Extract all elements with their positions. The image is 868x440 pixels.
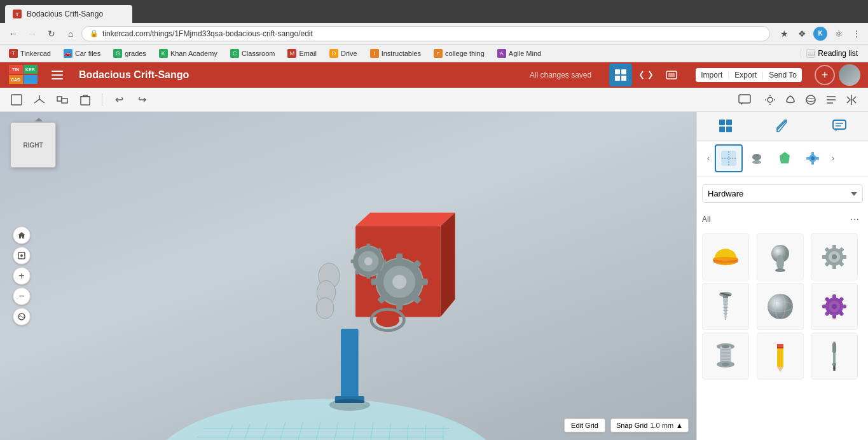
bookmark-khan-academy[interactable]: K Khan Academy — [155, 48, 221, 59]
shapes-prev-button[interactable]: ‹ — [702, 147, 715, 170]
car-files-favicon: 🚗 — [64, 49, 72, 58]
circle-tool-button[interactable] — [802, 91, 820, 109]
svg-rect-138 — [841, 305, 846, 308]
mirror-button[interactable] — [843, 91, 860, 109]
group-button[interactable] — [53, 91, 71, 109]
svg-rect-156 — [777, 347, 783, 348]
save-status: All changes saved — [530, 71, 591, 79]
shape-item-sphere-knob[interactable] — [757, 233, 804, 280]
comment-button[interactable] — [736, 91, 754, 109]
profile-icon[interactable]: K — [813, 27, 827, 41]
shape-item-decorative-gear[interactable] — [811, 283, 858, 330]
svg-rect-107 — [816, 157, 819, 160]
extensions-icon[interactable]: ❖ — [796, 27, 808, 40]
export-button[interactable]: Export — [729, 68, 762, 82]
more-options-button[interactable]: ⋯ — [846, 213, 863, 226]
import-button[interactable]: Import — [696, 68, 727, 82]
scene-3d — [0, 112, 696, 440]
simulate-button[interactable] — [660, 64, 683, 86]
redo-button[interactable]: ↪ — [133, 91, 151, 109]
svg-rect-91 — [833, 120, 846, 129]
shape-item-hard-hat[interactable] — [702, 233, 749, 280]
svg-rect-1 — [52, 74, 63, 76]
frame-button[interactable] — [8, 91, 25, 109]
svg-rect-77 — [367, 244, 371, 248]
tinkercad-logo: TIN KER CAD — [8, 65, 38, 85]
app: TIN KER CAD Bodacious Crift-Sango All ch… — [0, 62, 868, 440]
menu-icon[interactable]: ⋮ — [850, 27, 863, 40]
shape-item-ball[interactable] — [757, 283, 804, 330]
url-text: tinkercad.com/things/1FMjmd33qsa-bodacio… — [102, 29, 313, 38]
svg-rect-155 — [777, 344, 783, 347]
light-button[interactable] — [761, 91, 779, 109]
bookmark-tinkercad[interactable]: T Tinkercad — [5, 48, 55, 59]
edit-grid-button[interactable]: Edit Grid — [564, 418, 605, 432]
bookmark-college-thing[interactable]: c college thing — [430, 48, 488, 59]
svg-rect-11 — [62, 99, 67, 103]
bookmark-agile-mind[interactable]: A Agile Mind — [493, 48, 545, 59]
shape-item-screw[interactable] — [702, 283, 749, 330]
svg-point-134 — [832, 304, 837, 309]
tab-favicon: T — [13, 10, 22, 18]
khan-academy-favicon: K — [159, 49, 168, 58]
send-to-button[interactable]: Send To — [764, 68, 802, 82]
svg-rect-79 — [351, 259, 355, 263]
svg-rect-119 — [822, 255, 827, 259]
reading-list-icon: 📖 — [806, 49, 815, 58]
notes-tab[interactable] — [811, 112, 868, 140]
shape-item-gear[interactable] — [811, 233, 858, 280]
shape-item-standoff[interactable] — [702, 333, 749, 380]
bookmark-classroom[interactable]: C Classroom — [226, 48, 279, 59]
bookmark-car-files[interactable]: 🚗 Car files — [60, 48, 104, 59]
bookmark-drive[interactable]: D Drive — [326, 48, 361, 59]
bookmark-grades[interactable]: G grades — [109, 48, 150, 59]
bookmark-instructables[interactable]: I Instructables — [366, 48, 425, 59]
shapes-scroll-area[interactable] — [697, 228, 868, 440]
main-content: RIGHT + − — [0, 112, 868, 440]
instructables-favicon: I — [370, 49, 379, 58]
refresh-button[interactable]: ↻ — [43, 25, 60, 42]
grid-view-button[interactable] — [609, 64, 632, 86]
url-bar[interactable]: 🔒 tinkercad.com/things/1FMjmd33qsa-bodac… — [81, 26, 770, 41]
svg-point-116 — [832, 254, 837, 259]
bookmark-star-icon[interactable]: ★ — [778, 27, 790, 40]
shape-icon-all[interactable] — [715, 144, 743, 172]
puzzle-icon[interactable]: ⚛ — [832, 27, 845, 40]
agile-mind-favicon: A — [497, 49, 506, 58]
hamburger-menu-button[interactable] — [46, 64, 69, 86]
shape-icon-gem[interactable] — [771, 144, 799, 172]
snap-grid-control[interactable]: Snap Grid 1.0 mm ▲ — [610, 418, 689, 432]
object-button[interactable] — [782, 91, 799, 109]
undo-button[interactable]: ↩ — [110, 91, 128, 109]
workplane-button[interactable] — [31, 91, 48, 109]
svg-rect-160 — [832, 343, 836, 353]
rulers-tab[interactable] — [754, 112, 811, 140]
nav-bar: ← → ↻ ⌂ 🔒 tinkercad.com/things/1FMjmd33q… — [0, 23, 868, 45]
forward-button[interactable]: → — [24, 25, 41, 42]
viewport[interactable]: RIGHT + − — [0, 112, 696, 440]
svg-rect-90 — [726, 127, 732, 132]
align-button[interactable] — [822, 91, 840, 109]
active-tab[interactable]: T Bodacious Crift-Sango — [5, 5, 132, 23]
tab-title: Bodacious Crift-Sango — [27, 10, 103, 18]
shapes-next-button[interactable]: › — [827, 147, 839, 170]
user-avatar[interactable] — [839, 64, 860, 86]
svg-point-110 — [713, 257, 738, 261]
grades-favicon: G — [113, 49, 122, 58]
basic-shapes-tab[interactable] — [697, 112, 754, 140]
svg-marker-61 — [355, 212, 455, 226]
add-user-button[interactable]: + — [815, 65, 835, 85]
code-view-button[interactable] — [635, 64, 658, 86]
category-select[interactable]: Hardware — [702, 184, 863, 203]
home-button[interactable]: ⌂ — [62, 25, 79, 42]
svg-rect-78 — [367, 274, 371, 278]
shape-icon-bolt[interactable] — [743, 144, 771, 172]
back-button[interactable]: ← — [5, 25, 22, 42]
bookmark-email[interactable]: M Email — [284, 48, 320, 59]
shape-icon-gear[interactable] — [799, 144, 827, 172]
svg-rect-106 — [806, 157, 809, 160]
svg-rect-5 — [615, 76, 620, 81]
shape-item-pencil[interactable] — [757, 333, 804, 380]
shape-item-screwdriver[interactable] — [811, 333, 858, 380]
delete-button[interactable] — [76, 91, 94, 109]
